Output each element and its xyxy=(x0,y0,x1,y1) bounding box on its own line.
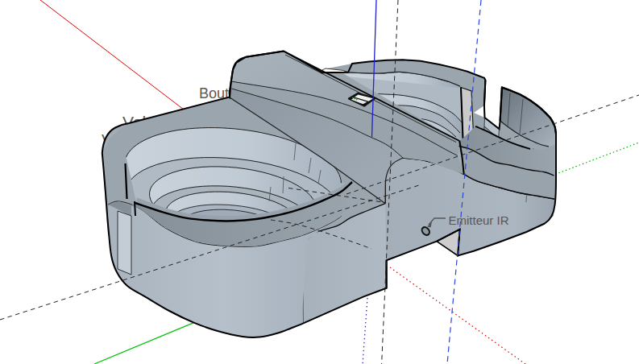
svg-text:Emitteur IR: Emitteur IR xyxy=(449,213,509,227)
